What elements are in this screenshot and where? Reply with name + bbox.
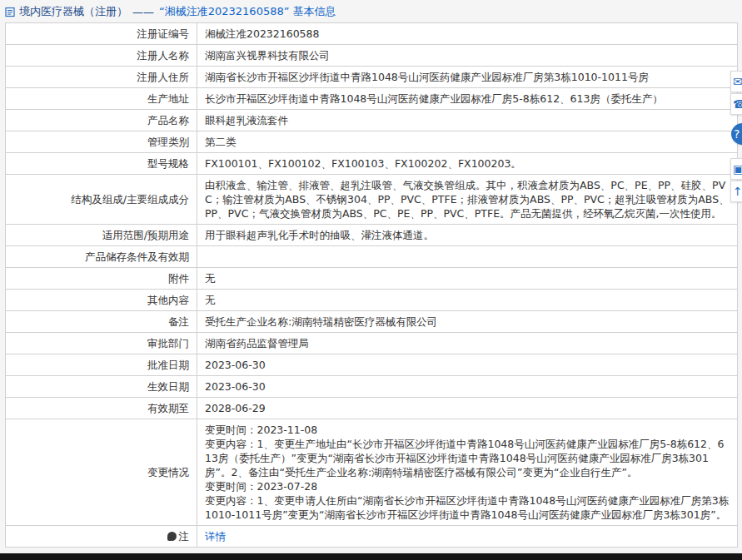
row-label: 结构及组成/主要组成成分 [6,175,197,225]
row-value: 2023-06-30 [197,354,738,376]
table-row: 生效日期 2023-06-30 [6,376,738,398]
page-header: 境内医疗器械（注册） —— “湘械注准20232160588” 基本信息 [0,0,742,22]
row-value: 湖南富兴视界科技有限公司 [197,45,738,67]
row-label: 注册人名称 [6,45,197,67]
row-label: 有效期至 [6,398,197,419]
registration-number-title: “湘械注准20232160588” 基本信息 [159,4,336,19]
row-value: 详情 [197,526,738,548]
row-value: 无 [197,268,738,290]
row-value: 湖南省药品监督管理局 [197,333,738,354]
table-row: 产品储存条件及有效期 [6,246,738,268]
registration-info-table: 注册证编号 湘械注准20232160588 注册人名称 湖南富兴视界科技有限公司… [5,22,738,548]
page: 境内医疗器械（注册） —— “湘械注准20232160588” 基本信息 注册证… [0,0,742,560]
row-value: 受托生产企业名称:湖南特瑞精密医疗器械有限公司 [197,311,738,333]
row-value-change-history: 变更时间：2023-11-08 变更内容：1、变更生产地址由“长沙市开福区沙坪街… [197,419,738,526]
qr-icon[interactable]: ▣ [730,158,742,180]
row-label: 生效日期 [6,376,197,398]
row-label: 管理类别 [6,131,197,153]
row-label: 注册证编号 [6,23,197,45]
row-value: 2023-06-30 [197,376,738,398]
details-link[interactable]: 详情 [205,530,226,543]
row-label: 批准日期 [6,354,197,376]
row-label: 注 [6,526,197,548]
comment-icon [167,532,177,541]
table-row: 批准日期 2023-06-30 [6,354,738,376]
table-row: 其他内容 无 [6,290,738,311]
table-row: 审批部门 湖南省药品监督管理局 [6,333,738,354]
table-row: 附件 无 [6,268,738,290]
table-row-note: 注 详情 [6,526,738,548]
row-value: FX100101、FX100102、FX100103、FX100202、FX10… [197,153,738,175]
table-row: 结构及组成/主要组成成分 由积液盒、输注管、排液管、超乳注吸管、气液交换管组成。… [6,175,738,225]
table-row: 产品名称 眼科超乳液流套件 [6,110,738,131]
phone-icon[interactable]: ☎ [730,93,742,115]
row-value: 长沙市开福区沙坪街道中青路1048号山河医药健康产业园标准厂房5-8栋612、6… [197,88,738,110]
table-row: 备注 受托生产企业名称:湖南特瑞精密医疗器械有限公司 [6,311,738,333]
table-row: 有效期至 2028-06-29 [6,398,738,419]
mail-icon[interactable]: ✉ [730,71,742,92]
table-row: 注册证编号 湘械注准20232160588 [6,23,738,45]
row-label: 变更情况 [6,419,197,526]
row-value: 无 [197,290,738,311]
row-value: 湘械注准20232160588 [197,23,738,45]
row-label: 产品名称 [6,110,197,131]
row-label: 型号规格 [6,153,197,175]
row-label: 审批部门 [6,333,197,354]
row-label: 其他内容 [6,290,197,311]
table-row: 变更情况 变更时间：2023-11-08 变更内容：1、变更生产地址由“长沙市开… [6,419,738,526]
title-separator: —— [132,6,154,18]
row-label: 注册人住所 [6,67,197,88]
table-row: 生产地址 长沙市开福区沙坪街道中青路1048号山河医药健康产业园标准厂房5-8栋… [6,88,738,110]
row-value: 由积液盒、输注管、排液管、超乳注吸管、气液交换管组成。其中，积液盒材质为ABS、… [197,175,738,225]
row-label: 产品储存条件及有效期 [6,246,197,268]
table-row: 型号规格 FX100101、FX100102、FX100103、FX100202… [6,153,738,175]
row-value: 湖南省长沙市开福区沙坪街道中青路1048号山河医药健康产业园标准厂房第3栋101… [197,67,738,88]
table-row: 适用范围/预期用途 用于眼科超声乳化手术时的抽吸、灌注液体通道。 [6,225,738,246]
document-icon [5,7,16,17]
row-value: 第二类 [197,131,738,153]
table-row: 注册人名称 湖南富兴视界科技有限公司 [6,45,738,67]
table-row: 管理类别 第二类 [6,131,738,153]
note-label: 注 [179,530,190,543]
table-row: 注册人住所 湖南省长沙市开福区沙坪街道中青路1048号山河医药健康产业园标准厂房… [6,67,738,88]
row-value: 用于眼科超声乳化手术时的抽吸、灌注液体通道。 [197,225,738,246]
row-value: 2028-06-29 [197,398,738,419]
row-label: 适用范围/预期用途 [6,225,197,246]
row-label: 生产地址 [6,88,197,110]
row-label: 备注 [6,311,197,333]
row-value [197,246,738,268]
bottom-bar [0,553,742,560]
row-label: 附件 [6,268,197,290]
back-to-top-icon[interactable]: ↑ [730,181,742,202]
page-title: 境内医疗器械（注册） [19,4,127,19]
row-value: 眼科超乳液流套件 [197,110,738,131]
